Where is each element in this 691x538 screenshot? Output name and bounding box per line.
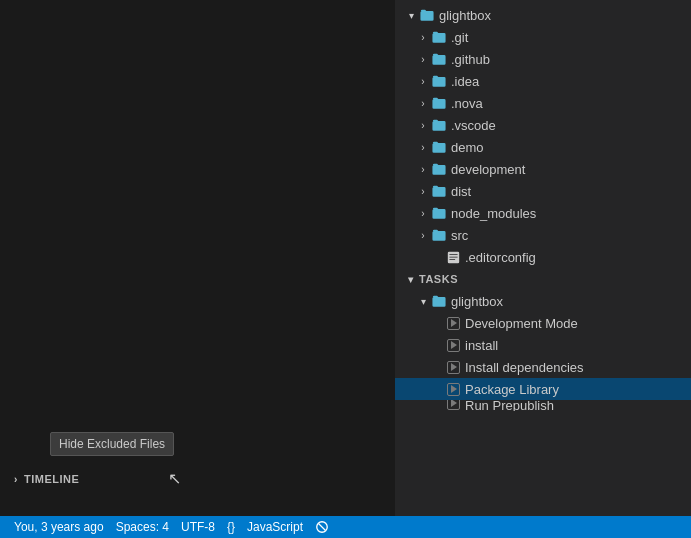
label-git: .git xyxy=(451,30,468,45)
folder-icon-github xyxy=(431,51,447,67)
chevron-vscode xyxy=(415,117,431,133)
run-triangle-package-library xyxy=(451,385,457,393)
status-git-label: You, 3 years ago xyxy=(14,520,104,534)
tree-container: glightbox .git .github xyxy=(395,0,691,415)
chevron-github xyxy=(415,51,431,67)
chevron-nova xyxy=(415,95,431,111)
tree-item-idea[interactable]: .idea xyxy=(395,70,691,92)
status-spaces-label: Spaces: 4 xyxy=(116,520,169,534)
status-git[interactable]: You, 3 years ago xyxy=(8,516,110,538)
status-language-label: JavaScript xyxy=(247,520,303,534)
label-src: src xyxy=(451,228,468,243)
folder-icon-development xyxy=(431,161,447,177)
status-encoding-label: UTF-8 xyxy=(181,520,215,534)
label-tasks-glightbox: glightbox xyxy=(451,294,503,309)
tree-item-demo[interactable]: demo xyxy=(395,136,691,158)
root-folder-icon xyxy=(419,7,435,23)
label-install-deps: Install dependencies xyxy=(465,360,584,375)
tree-item-development[interactable]: development xyxy=(395,158,691,180)
task-package-library[interactable]: Package Library xyxy=(395,378,691,400)
label-run-prepublish: Run Prepublish xyxy=(465,400,554,411)
label-editorconfig: .editorconfig xyxy=(465,250,536,265)
folder-icon-vscode xyxy=(431,117,447,133)
label-demo: demo xyxy=(451,140,484,155)
tree-item-node-modules[interactable]: node_modules xyxy=(395,202,691,224)
task-dev-mode[interactable]: Development Mode xyxy=(395,312,691,334)
run-icon-install xyxy=(447,339,460,352)
tree-item-nova[interactable]: .nova xyxy=(395,92,691,114)
file-explorer: glightbox .git .github xyxy=(395,0,691,516)
status-braces-label: {} xyxy=(227,520,235,534)
run-triangle-install xyxy=(451,341,457,349)
chevron-src xyxy=(415,227,431,243)
run-icon-run-prepublish xyxy=(447,400,460,410)
tree-item-vscode[interactable]: .vscode xyxy=(395,114,691,136)
label-package-library: Package Library xyxy=(465,382,559,397)
folder-icon-git xyxy=(431,29,447,45)
label-install: install xyxy=(465,338,498,353)
task-install[interactable]: install xyxy=(395,334,691,356)
folder-icon-src xyxy=(431,227,447,243)
tree-tasks-glightbox[interactable]: glightbox xyxy=(395,290,691,312)
label-idea: .idea xyxy=(451,74,479,89)
chevron-tasks xyxy=(403,271,419,287)
label-vscode: .vscode xyxy=(451,118,496,133)
chevron-tasks-glightbox xyxy=(415,293,431,309)
folder-icon-demo xyxy=(431,139,447,155)
run-triangle-install-deps xyxy=(451,363,457,371)
folder-icon-tasks-glightbox xyxy=(431,293,447,309)
chevron-demo xyxy=(415,139,431,155)
tree-root-folder[interactable]: glightbox xyxy=(395,4,691,26)
folder-icon-node-modules xyxy=(431,205,447,221)
chevron-node-modules xyxy=(415,205,431,221)
tree-item-git[interactable]: .git xyxy=(395,26,691,48)
chevron-idea xyxy=(415,73,431,89)
label-dev-mode: Development Mode xyxy=(465,316,578,331)
folder-icon-idea xyxy=(431,73,447,89)
label-nova: .nova xyxy=(451,96,483,111)
task-install-deps[interactable]: Install dependencies xyxy=(395,356,691,378)
svg-line-1 xyxy=(319,524,326,531)
file-icon-editorconfig xyxy=(445,249,461,265)
chevron-development xyxy=(415,161,431,177)
status-braces[interactable]: {} xyxy=(221,516,241,538)
folder-icon-dist xyxy=(431,183,447,199)
chevron-git xyxy=(415,29,431,45)
task-run-prepublish[interactable]: Run Prepublish xyxy=(395,400,691,411)
run-triangle-run-prepublish xyxy=(451,400,457,407)
chevron-dist xyxy=(415,183,431,199)
status-exclude-icon[interactable] xyxy=(309,516,335,538)
tasks-label: Tasks xyxy=(419,273,458,285)
label-github: .github xyxy=(451,52,490,67)
label-node-modules: node_modules xyxy=(451,206,536,221)
run-icon-dev-mode xyxy=(447,317,460,330)
label-development: development xyxy=(451,162,525,177)
exclude-files-icon xyxy=(315,520,329,534)
tree-item-dist[interactable]: dist xyxy=(395,180,691,202)
chevron-root xyxy=(403,7,419,23)
run-triangle-dev-mode xyxy=(451,319,457,327)
status-bar: You, 3 years ago Spaces: 4 UTF-8 {} Java… xyxy=(0,516,691,538)
status-encoding[interactable]: UTF-8 xyxy=(175,516,221,538)
status-spaces[interactable]: Spaces: 4 xyxy=(110,516,175,538)
folder-icon-nova xyxy=(431,95,447,111)
tree-item-editorconfig[interactable]: .editorconfig xyxy=(395,246,691,268)
status-language[interactable]: JavaScript xyxy=(241,516,309,538)
run-icon-package-library xyxy=(447,383,460,396)
label-dist: dist xyxy=(451,184,471,199)
tree-item-src[interactable]: src xyxy=(395,224,691,246)
root-folder-label: glightbox xyxy=(439,8,491,23)
timeline-section[interactable]: Timeline xyxy=(395,468,691,490)
tasks-section-header[interactable]: Tasks xyxy=(395,268,691,290)
tree-item-github[interactable]: .github xyxy=(395,48,691,70)
run-icon-install-deps xyxy=(447,361,460,374)
